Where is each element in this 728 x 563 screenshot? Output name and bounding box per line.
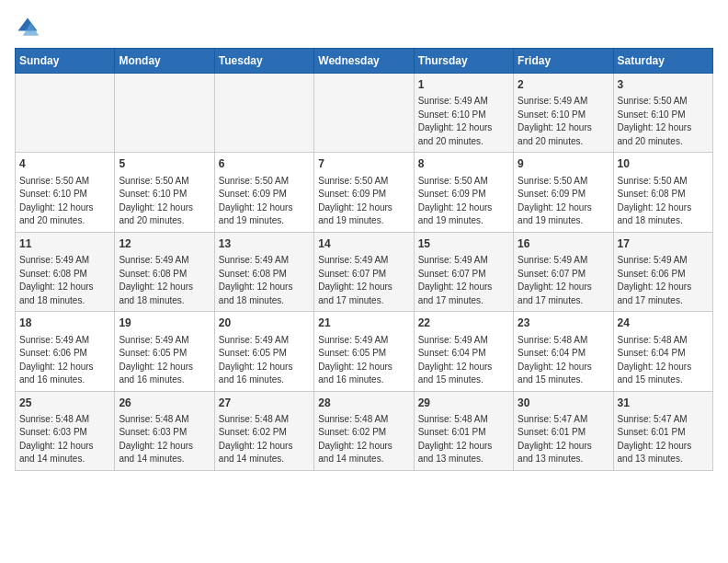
day-number: 22 xyxy=(418,316,509,331)
logo-icon xyxy=(15,15,40,40)
calendar-cell-30: 27Sunrise: 5:48 AM Sunset: 6:02 PM Dayli… xyxy=(214,391,313,470)
day-info: Sunrise: 5:49 AM Sunset: 6:05 PM Dayligh… xyxy=(318,334,409,387)
day-info: Sunrise: 5:49 AM Sunset: 6:07 PM Dayligh… xyxy=(418,254,509,307)
column-header-saturday: Saturday xyxy=(613,49,712,74)
calendar-cell-4: 1Sunrise: 5:49 AM Sunset: 6:10 PM Daylig… xyxy=(414,74,513,153)
day-info: Sunrise: 5:49 AM Sunset: 6:07 PM Dayligh… xyxy=(518,254,609,307)
calendar-cell-2 xyxy=(214,74,313,153)
calendar-cell-31: 28Sunrise: 5:48 AM Sunset: 6:02 PM Dayli… xyxy=(314,391,414,470)
calendar-cell-0 xyxy=(16,74,115,153)
calendar-cell-6: 3Sunrise: 5:50 AM Sunset: 6:10 PM Daylig… xyxy=(613,74,712,153)
day-number: 26 xyxy=(119,396,210,411)
day-info: Sunrise: 5:49 AM Sunset: 6:07 PM Dayligh… xyxy=(318,254,409,307)
calendar-cell-18: 15Sunrise: 5:49 AM Sunset: 6:07 PM Dayli… xyxy=(414,232,513,311)
day-info: Sunrise: 5:48 AM Sunset: 6:02 PM Dayligh… xyxy=(318,413,409,466)
day-number: 3 xyxy=(618,77,709,93)
week-row-3: 11Sunrise: 5:49 AM Sunset: 6:08 PM Dayli… xyxy=(16,232,713,311)
calendar-cell-27: 24Sunrise: 5:48 AM Sunset: 6:04 PM Dayli… xyxy=(613,312,712,391)
day-info: Sunrise: 5:49 AM Sunset: 6:04 PM Dayligh… xyxy=(418,334,509,387)
day-number: 6 xyxy=(219,156,310,172)
day-number: 9 xyxy=(518,156,609,172)
column-header-wednesday: Wednesday xyxy=(314,49,414,74)
day-number: 30 xyxy=(518,396,609,411)
calendar-cell-24: 21Sunrise: 5:49 AM Sunset: 6:05 PM Dayli… xyxy=(314,312,414,391)
calendar-cell-19: 16Sunrise: 5:49 AM Sunset: 6:07 PM Dayli… xyxy=(514,232,613,311)
day-number: 16 xyxy=(518,236,609,252)
calendar-cell-12: 9Sunrise: 5:50 AM Sunset: 6:09 PM Daylig… xyxy=(514,153,613,232)
week-row-5: 25Sunrise: 5:48 AM Sunset: 6:03 PM Dayli… xyxy=(16,391,713,470)
column-header-thursday: Thursday xyxy=(414,49,513,74)
week-row-1: 1Sunrise: 5:49 AM Sunset: 6:10 PM Daylig… xyxy=(16,74,713,153)
day-info: Sunrise: 5:50 AM Sunset: 6:10 PM Dayligh… xyxy=(618,95,709,148)
day-info: Sunrise: 5:48 AM Sunset: 6:01 PM Dayligh… xyxy=(418,413,509,466)
calendar-cell-34: 31Sunrise: 5:47 AM Sunset: 6:01 PM Dayli… xyxy=(613,391,712,470)
day-info: Sunrise: 5:50 AM Sunset: 6:09 PM Dayligh… xyxy=(219,175,310,228)
day-number: 15 xyxy=(418,236,509,252)
day-number: 7 xyxy=(318,156,409,172)
day-number: 10 xyxy=(618,156,709,172)
column-header-tuesday: Tuesday xyxy=(214,49,313,74)
day-info: Sunrise: 5:49 AM Sunset: 6:05 PM Dayligh… xyxy=(219,334,310,387)
calendar-cell-32: 29Sunrise: 5:48 AM Sunset: 6:01 PM Dayli… xyxy=(414,391,513,470)
day-number: 14 xyxy=(318,236,409,252)
calendar-cell-25: 22Sunrise: 5:49 AM Sunset: 6:04 PM Dayli… xyxy=(414,312,513,391)
day-info: Sunrise: 5:49 AM Sunset: 6:06 PM Dayligh… xyxy=(19,334,110,387)
day-number: 13 xyxy=(219,236,310,252)
logo xyxy=(15,15,44,40)
day-info: Sunrise: 5:49 AM Sunset: 6:10 PM Dayligh… xyxy=(518,95,609,148)
day-number: 8 xyxy=(418,156,509,172)
calendar-cell-22: 19Sunrise: 5:49 AM Sunset: 6:05 PM Dayli… xyxy=(115,312,214,391)
day-info: Sunrise: 5:50 AM Sunset: 6:09 PM Dayligh… xyxy=(418,175,509,228)
day-info: Sunrise: 5:49 AM Sunset: 6:10 PM Dayligh… xyxy=(418,95,509,148)
calendar-cell-3 xyxy=(314,74,414,153)
week-row-4: 18Sunrise: 5:49 AM Sunset: 6:06 PM Dayli… xyxy=(16,312,713,391)
calendar-cell-10: 7Sunrise: 5:50 AM Sunset: 6:09 PM Daylig… xyxy=(314,153,414,232)
day-number: 24 xyxy=(618,316,709,331)
day-info: Sunrise: 5:47 AM Sunset: 6:01 PM Dayligh… xyxy=(618,413,709,466)
day-info: Sunrise: 5:50 AM Sunset: 6:09 PM Dayligh… xyxy=(318,175,409,228)
day-info: Sunrise: 5:49 AM Sunset: 6:05 PM Dayligh… xyxy=(119,334,210,387)
day-number: 23 xyxy=(518,316,609,331)
day-info: Sunrise: 5:48 AM Sunset: 6:04 PM Dayligh… xyxy=(618,334,709,387)
day-number: 17 xyxy=(618,236,709,252)
calendar-cell-9: 6Sunrise: 5:50 AM Sunset: 6:09 PM Daylig… xyxy=(214,153,313,232)
day-info: Sunrise: 5:48 AM Sunset: 6:02 PM Dayligh… xyxy=(219,413,310,466)
column-header-friday: Friday xyxy=(514,49,613,74)
day-number: 2 xyxy=(518,77,609,93)
calendar-cell-20: 17Sunrise: 5:49 AM Sunset: 6:06 PM Dayli… xyxy=(613,232,712,311)
calendar-cell-28: 25Sunrise: 5:48 AM Sunset: 6:03 PM Dayli… xyxy=(16,391,115,470)
day-number: 28 xyxy=(318,396,409,411)
calendar-cell-26: 23Sunrise: 5:48 AM Sunset: 6:04 PM Dayli… xyxy=(514,312,613,391)
day-number: 25 xyxy=(19,396,110,411)
calendar-header-row: SundayMondayTuesdayWednesdayThursdayFrid… xyxy=(16,49,713,74)
day-info: Sunrise: 5:49 AM Sunset: 6:08 PM Dayligh… xyxy=(19,254,110,307)
day-info: Sunrise: 5:50 AM Sunset: 6:10 PM Dayligh… xyxy=(119,175,210,228)
day-number: 31 xyxy=(618,396,709,411)
week-row-2: 4Sunrise: 5:50 AM Sunset: 6:10 PM Daylig… xyxy=(16,153,713,232)
calendar-cell-5: 2Sunrise: 5:49 AM Sunset: 6:10 PM Daylig… xyxy=(514,74,613,153)
column-header-sunday: Sunday xyxy=(16,49,115,74)
day-info: Sunrise: 5:47 AM Sunset: 6:01 PM Dayligh… xyxy=(518,413,609,466)
day-info: Sunrise: 5:49 AM Sunset: 6:06 PM Dayligh… xyxy=(618,254,709,307)
calendar-cell-29: 26Sunrise: 5:48 AM Sunset: 6:03 PM Dayli… xyxy=(115,391,214,470)
day-number: 1 xyxy=(418,77,509,93)
day-number: 5 xyxy=(119,156,210,172)
day-info: Sunrise: 5:49 AM Sunset: 6:08 PM Dayligh… xyxy=(119,254,210,307)
day-number: 27 xyxy=(219,396,310,411)
day-number: 18 xyxy=(19,316,110,331)
day-number: 21 xyxy=(318,316,409,331)
day-number: 11 xyxy=(19,236,110,252)
calendar-cell-1 xyxy=(115,74,214,153)
day-number: 29 xyxy=(418,396,509,411)
day-info: Sunrise: 5:48 AM Sunset: 6:04 PM Dayligh… xyxy=(518,334,609,387)
calendar-cell-14: 11Sunrise: 5:49 AM Sunset: 6:08 PM Dayli… xyxy=(16,232,115,311)
calendar-cell-11: 8Sunrise: 5:50 AM Sunset: 6:09 PM Daylig… xyxy=(414,153,513,232)
day-number: 20 xyxy=(219,316,310,331)
day-info: Sunrise: 5:49 AM Sunset: 6:08 PM Dayligh… xyxy=(219,254,310,307)
day-info: Sunrise: 5:50 AM Sunset: 6:08 PM Dayligh… xyxy=(618,175,709,228)
calendar-cell-23: 20Sunrise: 5:49 AM Sunset: 6:05 PM Dayli… xyxy=(214,312,313,391)
calendar-cell-16: 13Sunrise: 5:49 AM Sunset: 6:08 PM Dayli… xyxy=(214,232,313,311)
calendar-cell-15: 12Sunrise: 5:49 AM Sunset: 6:08 PM Dayli… xyxy=(115,232,214,311)
day-number: 4 xyxy=(19,156,110,172)
calendar-cell-21: 18Sunrise: 5:49 AM Sunset: 6:06 PM Dayli… xyxy=(16,312,115,391)
